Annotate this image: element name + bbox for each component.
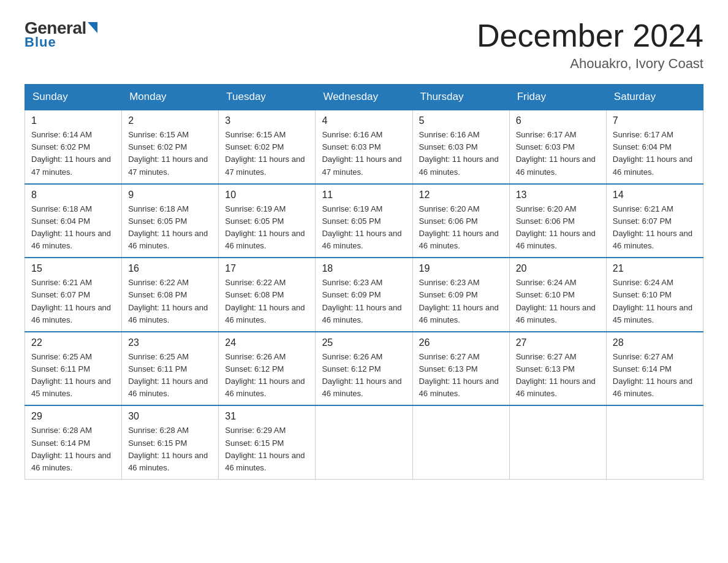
day-info: Sunrise: 6:27 AMSunset: 6:13 PMDaylight:… [419, 351, 503, 400]
day-info: Sunrise: 6:29 AMSunset: 6:15 PMDaylight:… [225, 424, 309, 474]
calendar-cell: 17 Sunrise: 6:22 AMSunset: 6:08 PMDaylig… [219, 258, 316, 332]
day-info: Sunrise: 6:26 AMSunset: 6:12 PMDaylight:… [225, 351, 309, 400]
day-number: 14 [613, 190, 697, 201]
logo-blue-text: Blue [25, 34, 56, 50]
calendar-header-row: SundayMondayTuesdayWednesdayThursdayFrid… [25, 85, 703, 110]
page-title: December 2024 [477, 18, 703, 53]
day-info: Sunrise: 6:20 AMSunset: 6:06 PMDaylight:… [419, 203, 503, 253]
calendar-cell: 21 Sunrise: 6:24 AMSunset: 6:10 PMDaylig… [606, 258, 703, 332]
day-number: 6 [516, 115, 600, 126]
calendar-cell: 1 Sunrise: 6:14 AMSunset: 6:02 PMDayligh… [25, 110, 122, 184]
svg-marker-0 [88, 22, 97, 33]
calendar-week-row: 8 Sunrise: 6:18 AMSunset: 6:04 PMDayligh… [25, 184, 703, 258]
weekday-header-tuesday: Tuesday [219, 85, 316, 110]
day-number: 23 [128, 337, 212, 348]
weekday-header-sunday: Sunday [25, 85, 122, 110]
calendar-week-row: 15 Sunrise: 6:21 AMSunset: 6:07 PMDaylig… [25, 258, 703, 332]
day-number: 13 [516, 190, 600, 201]
day-number: 27 [516, 337, 600, 348]
calendar-cell [606, 405, 703, 479]
calendar-cell: 12 Sunrise: 6:20 AMSunset: 6:06 PMDaylig… [412, 184, 509, 258]
calendar-cell: 3 Sunrise: 6:15 AMSunset: 6:02 PMDayligh… [219, 110, 316, 184]
day-info: Sunrise: 6:22 AMSunset: 6:08 PMDaylight:… [128, 277, 212, 326]
weekday-header-monday: Monday [122, 85, 219, 110]
calendar-cell: 5 Sunrise: 6:16 AMSunset: 6:03 PMDayligh… [412, 110, 509, 184]
day-number: 28 [613, 337, 697, 348]
day-info: Sunrise: 6:15 AMSunset: 6:02 PMDaylight:… [128, 129, 212, 178]
day-number: 17 [225, 263, 309, 274]
day-number: 20 [516, 263, 600, 274]
calendar-cell: 26 Sunrise: 6:27 AMSunset: 6:13 PMDaylig… [412, 332, 509, 406]
day-info: Sunrise: 6:28 AMSunset: 6:14 PMDaylight:… [31, 424, 115, 474]
day-number: 8 [31, 190, 115, 201]
calendar-cell [412, 405, 509, 479]
calendar-cell: 20 Sunrise: 6:24 AMSunset: 6:10 PMDaylig… [509, 258, 606, 332]
day-number: 19 [419, 263, 503, 274]
calendar-cell: 9 Sunrise: 6:18 AMSunset: 6:05 PMDayligh… [122, 184, 219, 258]
day-info: Sunrise: 6:14 AMSunset: 6:02 PMDaylight:… [31, 129, 115, 178]
page-subtitle: Ahouakro, Ivory Coast [477, 56, 703, 72]
day-info: Sunrise: 6:19 AMSunset: 6:05 PMDaylight:… [322, 203, 406, 253]
day-info: Sunrise: 6:18 AMSunset: 6:04 PMDaylight:… [31, 203, 115, 253]
day-info: Sunrise: 6:25 AMSunset: 6:11 PMDaylight:… [31, 351, 115, 400]
calendar-cell: 22 Sunrise: 6:25 AMSunset: 6:11 PMDaylig… [25, 332, 122, 406]
calendar-cell: 4 Sunrise: 6:16 AMSunset: 6:03 PMDayligh… [316, 110, 412, 184]
calendar-week-row: 22 Sunrise: 6:25 AMSunset: 6:11 PMDaylig… [25, 332, 703, 406]
day-number: 2 [128, 115, 212, 126]
day-number: 12 [419, 190, 503, 201]
calendar-cell: 6 Sunrise: 6:17 AMSunset: 6:03 PMDayligh… [509, 110, 606, 184]
weekday-header-thursday: Thursday [412, 85, 509, 110]
calendar-week-row: 1 Sunrise: 6:14 AMSunset: 6:02 PMDayligh… [25, 110, 703, 184]
weekday-header-saturday: Saturday [606, 85, 703, 110]
calendar-cell: 31 Sunrise: 6:29 AMSunset: 6:15 PMDaylig… [219, 405, 316, 479]
calendar-cell: 24 Sunrise: 6:26 AMSunset: 6:12 PMDaylig… [219, 332, 316, 406]
weekday-header-wednesday: Wednesday [316, 85, 412, 110]
calendar-cell [316, 405, 412, 479]
day-info: Sunrise: 6:18 AMSunset: 6:05 PMDaylight:… [128, 203, 212, 253]
calendar-cell: 28 Sunrise: 6:27 AMSunset: 6:14 PMDaylig… [606, 332, 703, 406]
day-info: Sunrise: 6:23 AMSunset: 6:09 PMDaylight:… [419, 277, 503, 326]
day-number: 21 [613, 263, 697, 274]
calendar-cell [509, 405, 606, 479]
day-number: 5 [419, 115, 503, 126]
day-info: Sunrise: 6:28 AMSunset: 6:15 PMDaylight:… [128, 424, 212, 474]
calendar-cell: 19 Sunrise: 6:23 AMSunset: 6:09 PMDaylig… [412, 258, 509, 332]
day-info: Sunrise: 6:22 AMSunset: 6:08 PMDaylight:… [225, 277, 309, 326]
day-info: Sunrise: 6:16 AMSunset: 6:03 PMDaylight:… [419, 129, 503, 178]
calendar-cell: 15 Sunrise: 6:21 AMSunset: 6:07 PMDaylig… [25, 258, 122, 332]
calendar-cell: 23 Sunrise: 6:25 AMSunset: 6:11 PMDaylig… [122, 332, 219, 406]
day-info: Sunrise: 6:27 AMSunset: 6:14 PMDaylight:… [613, 351, 697, 400]
day-number: 10 [225, 190, 309, 201]
day-number: 29 [31, 411, 115, 422]
calendar-week-row: 29 Sunrise: 6:28 AMSunset: 6:14 PMDaylig… [25, 405, 703, 479]
calendar-cell: 11 Sunrise: 6:19 AMSunset: 6:05 PMDaylig… [316, 184, 412, 258]
calendar-cell: 7 Sunrise: 6:17 AMSunset: 6:04 PMDayligh… [606, 110, 703, 184]
day-info: Sunrise: 6:25 AMSunset: 6:11 PMDaylight:… [128, 351, 212, 400]
calendar-cell: 29 Sunrise: 6:28 AMSunset: 6:14 PMDaylig… [25, 405, 122, 479]
page-header: General Blue December 2024 Ahouakro, Ivo… [25, 18, 703, 72]
day-number: 4 [322, 115, 406, 126]
calendar-cell: 30 Sunrise: 6:28 AMSunset: 6:15 PMDaylig… [122, 405, 219, 479]
weekday-header-friday: Friday [509, 85, 606, 110]
day-info: Sunrise: 6:19 AMSunset: 6:05 PMDaylight:… [225, 203, 309, 253]
calendar-cell: 16 Sunrise: 6:22 AMSunset: 6:08 PMDaylig… [122, 258, 219, 332]
day-info: Sunrise: 6:17 AMSunset: 6:04 PMDaylight:… [613, 129, 697, 178]
calendar-cell: 18 Sunrise: 6:23 AMSunset: 6:09 PMDaylig… [316, 258, 412, 332]
calendar-cell: 14 Sunrise: 6:21 AMSunset: 6:07 PMDaylig… [606, 184, 703, 258]
day-number: 3 [225, 115, 309, 126]
day-info: Sunrise: 6:17 AMSunset: 6:03 PMDaylight:… [516, 129, 600, 178]
day-number: 9 [128, 190, 212, 201]
calendar-cell: 25 Sunrise: 6:26 AMSunset: 6:12 PMDaylig… [316, 332, 412, 406]
logo: General Blue [25, 18, 97, 50]
day-info: Sunrise: 6:27 AMSunset: 6:13 PMDaylight:… [516, 351, 600, 400]
calendar-cell: 2 Sunrise: 6:15 AMSunset: 6:02 PMDayligh… [122, 110, 219, 184]
day-info: Sunrise: 6:23 AMSunset: 6:09 PMDaylight:… [322, 277, 406, 326]
day-number: 11 [322, 190, 406, 201]
calendar-cell: 10 Sunrise: 6:19 AMSunset: 6:05 PMDaylig… [219, 184, 316, 258]
day-number: 7 [613, 115, 697, 126]
day-number: 16 [128, 263, 212, 274]
day-info: Sunrise: 6:26 AMSunset: 6:12 PMDaylight:… [322, 351, 406, 400]
day-number: 26 [419, 337, 503, 348]
day-number: 15 [31, 263, 115, 274]
day-info: Sunrise: 6:20 AMSunset: 6:06 PMDaylight:… [516, 203, 600, 253]
